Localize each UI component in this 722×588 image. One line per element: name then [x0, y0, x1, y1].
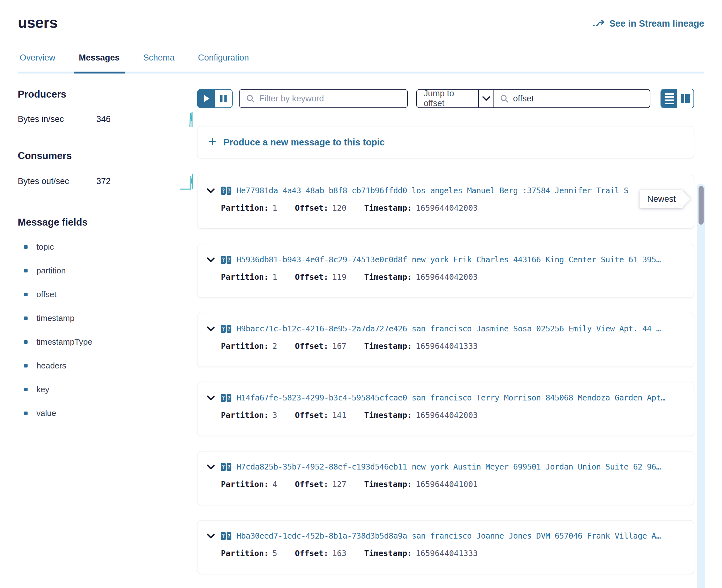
bullet-icon — [24, 245, 27, 249]
expand-chevron-icon[interactable] — [206, 395, 215, 401]
producers-heading: Producers — [18, 89, 197, 100]
message-meta: Partition: 2 Offset: 167 Timestamp: 1659… — [221, 341, 682, 351]
bytes-out-metric: Bytes out/sec 372 — [18, 172, 197, 190]
message-row[interactable]: ? ? He77981da-4a43-48ab-b8f8-cb71b96ffdd… — [197, 175, 694, 229]
tab-bar: Overview Messages Schema Configuration — [18, 53, 704, 74]
tab-overview[interactable]: Overview — [18, 53, 57, 71]
bytes-in-value: 346 — [96, 114, 135, 124]
search-icon — [500, 94, 509, 103]
message-key: H5936db81-b943-4e0f-8c29-74513e0c0d8f ne… — [236, 255, 661, 264]
produce-message-button[interactable]: + Produce a new message to this topic — [197, 126, 694, 159]
message-row[interactable]: ? ? H7cda825b-35b7-4952-88ef-c193d546eb1… — [197, 451, 694, 505]
message-row[interactable]: ? ? Hba30eed7-1edc-452b-8b1a-738d3b5d8a9… — [197, 520, 694, 574]
jump-mode-select[interactable]: Jump to offset — [417, 90, 479, 107]
partition-meta: Partition: 3 — [221, 411, 277, 420]
message-fields-heading: Message fields — [18, 217, 197, 228]
expand-chevron-icon[interactable] — [206, 257, 215, 262]
tab-schema[interactable]: Schema — [141, 53, 177, 71]
expand-chevron-icon[interactable] — [206, 533, 215, 539]
partition-meta: Partition: 2 — [221, 341, 277, 351]
expand-chevron-icon[interactable] — [206, 188, 215, 193]
message-key-row: ? ? Hba30eed7-1edc-452b-8b1a-738d3b5d8a9… — [206, 531, 682, 541]
bullet-icon — [24, 388, 27, 391]
bullet-icon — [24, 293, 27, 296]
field-item-offset[interactable]: offset — [18, 290, 197, 299]
bytes-in-metric: Bytes in/sec 346 — [18, 111, 197, 127]
message-key-row: ? ? H9bacc71c-b12c-4216-8e95-2a7da727e42… — [206, 324, 682, 333]
field-item-partition[interactable]: partition — [18, 266, 197, 276]
message-format-icon: ? ? — [221, 463, 231, 471]
search-icon — [246, 94, 255, 103]
field-item-headers[interactable]: headers — [18, 361, 197, 371]
field-item-value[interactable]: value — [18, 408, 197, 418]
stream-lineage-label: See in Stream lineage — [609, 18, 704, 29]
bullet-icon — [24, 412, 27, 415]
newest-tooltip: Newest — [640, 190, 683, 208]
list-view-button[interactable] — [661, 89, 677, 108]
keyword-filter — [239, 89, 408, 108]
message-format-icon: ? ? — [221, 325, 231, 333]
message-key: He77981da-4a43-48ab-b8f8-cb71b96ffdd0 lo… — [236, 186, 628, 195]
message-row[interactable]: ? ? H14fa67fe-5823-4299-b3c4-595845cfcae… — [197, 382, 694, 436]
partition-meta: Partition: 5 — [221, 549, 277, 558]
offset-meta: Offset: 167 — [295, 341, 347, 351]
topic-page: users See in Stream lineage Overview Mes… — [0, 0, 722, 588]
field-item-timestamp[interactable]: timestamp — [18, 313, 197, 323]
offset-meta: Offset: 127 — [295, 480, 347, 489]
field-item-key[interactable]: key — [18, 385, 197, 395]
offset-meta: Offset: 119 — [295, 272, 347, 282]
message-row[interactable]: ? ? H9bacc71c-b12c-4216-8e95-2a7da727e42… — [197, 313, 694, 367]
dashed-arrow-icon — [593, 19, 605, 28]
message-meta: Partition: 1 Offset: 119 Timestamp: 1659… — [221, 272, 682, 282]
field-item-timestampType[interactable]: timestampType — [18, 337, 197, 347]
message-meta: Partition: 1 Offset: 120 Timestamp: 1659… — [221, 203, 682, 213]
bullet-icon — [24, 340, 27, 344]
page-title: users — [18, 14, 58, 31]
filter-input[interactable] — [259, 94, 401, 104]
bytes-in-label: Bytes in/sec — [18, 114, 96, 124]
expand-chevron-icon[interactable] — [206, 464, 215, 470]
message-key: Hba30eed7-1edc-452b-8b1a-738d3b5d8a9a sa… — [236, 531, 661, 541]
timestamp-meta: Timestamp: 1659644041001 — [364, 480, 478, 489]
timestamp-meta: Timestamp: 1659644042003 — [364, 411, 478, 420]
message-key: H14fa67fe-5823-4299-b3c4-595845cfcae0 sa… — [236, 393, 665, 402]
message-meta: Partition: 5 Offset: 163 Timestamp: 1659… — [221, 549, 682, 558]
bullet-icon — [24, 364, 27, 368]
offset-meta: Offset: 141 — [295, 411, 347, 420]
page-header: users See in Stream lineage — [18, 0, 704, 31]
message-key: H7cda825b-35b7-4952-88ef-c193d546eb11 ne… — [236, 462, 661, 471]
pause-icon — [220, 95, 223, 102]
expand-chevron-icon[interactable] — [206, 326, 215, 332]
bytes-in-sparkline — [189, 111, 194, 127]
message-key-row: ? ? H7cda825b-35b7-4952-88ef-c193d546eb1… — [206, 462, 682, 471]
message-meta: Partition: 3 Offset: 141 Timestamp: 1659… — [221, 411, 682, 420]
bullet-icon — [24, 316, 27, 320]
timestamp-meta: Timestamp: 1659644041333 — [364, 341, 478, 351]
produce-message-label: Produce a new message to this topic — [224, 137, 385, 148]
offset-input[interactable] — [513, 94, 644, 104]
message-scrollbar[interactable] — [697, 184, 705, 588]
play-button[interactable] — [198, 90, 215, 107]
message-row[interactable]: ? ? H5936db81-b943-4e0f-8c29-74513e0c0d8… — [197, 244, 694, 298]
pause-button[interactable] — [215, 90, 232, 107]
bytes-out-value: 372 — [96, 176, 135, 186]
plus-icon: + — [208, 135, 216, 149]
jump-select-chevron[interactable] — [479, 90, 494, 107]
message-key-row: ? ? H5936db81-b943-4e0f-8c29-74513e0c0d8… — [206, 255, 682, 264]
messages-panel: Jump to offset — [197, 89, 694, 588]
message-format-icon: ? ? — [221, 187, 231, 195]
tab-messages[interactable]: Messages — [77, 53, 122, 71]
offset-meta: Offset: 163 — [295, 549, 347, 558]
partition-meta: Partition: 1 — [221, 272, 277, 282]
list-view-icon — [665, 93, 674, 95]
field-item-topic[interactable]: topic — [18, 242, 197, 252]
tab-configuration[interactable]: Configuration — [196, 53, 251, 71]
topic-sidebar: Producers Bytes in/sec 346 Consumers Byt… — [18, 89, 197, 588]
partition-meta: Partition: 1 — [221, 203, 277, 213]
bullet-icon — [24, 269, 27, 272]
message-key-row: ? ? H14fa67fe-5823-4299-b3c4-595845cfcae… — [206, 393, 682, 402]
offset-search — [494, 90, 650, 107]
column-view-button[interactable] — [677, 89, 694, 108]
scrollbar-thumb[interactable] — [699, 186, 704, 225]
stream-lineage-link[interactable]: See in Stream lineage — [593, 18, 704, 29]
